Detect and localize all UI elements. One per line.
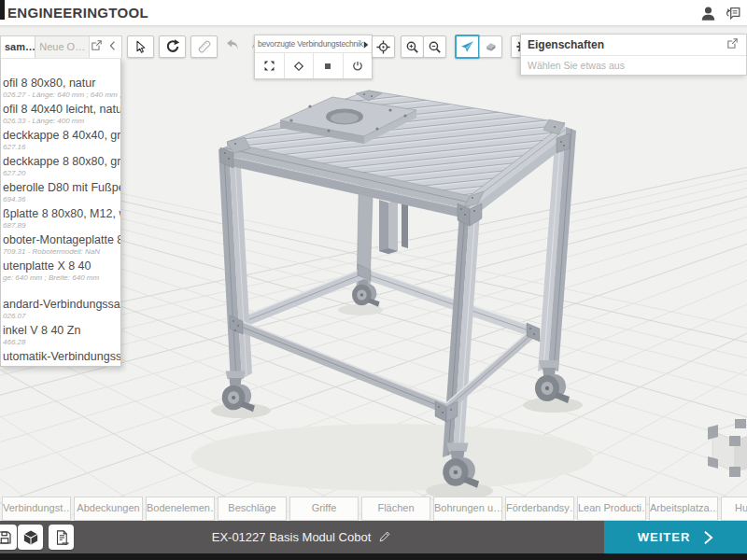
tab-verbindungstechnik[interactable]: Verbindungst…: [2, 497, 71, 521]
window-bottom-edge: [0, 553, 747, 560]
connection-technique-panel: bevorzugte Verbindungstechnik: [254, 35, 373, 79]
zoom-out-button[interactable]: [423, 35, 446, 58]
logo-fragment: [0, 0, 5, 20]
center-view-button[interactable]: [372, 35, 395, 58]
list-item[interactable]: inkel V 8 40 Zn 466.28: [1, 324, 120, 346]
project-name-area: EX-01227 Basis Modul Cobot: [0, 521, 604, 553]
tab-hub[interactable]: Hub- u…: [721, 497, 747, 521]
zoom-in-button[interactable]: [401, 35, 424, 58]
app-window: ENGINEERINGTOOL sam… Neue O…: [0, 0, 747, 560]
user-icon[interactable]: [698, 4, 717, 22]
properties-title: Eigenschaften: [528, 38, 726, 51]
connection-auto-icon[interactable]: [255, 53, 285, 78]
measure-tool-button[interactable]: [190, 35, 218, 58]
tab-new-group[interactable]: Neue O…: [35, 36, 90, 58]
tab-arbeitsplatz[interactable]: Arbeitsplatza…: [649, 497, 718, 521]
connection-technique-label: bevorzugte Verbindungstechnik: [258, 39, 363, 49]
eraser-button[interactable]: [479, 35, 502, 58]
list-item[interactable]: eberolle D80 mit Fußped… 694.36: [1, 181, 120, 203]
weiter-button[interactable]: WEITER: [604, 521, 747, 553]
undo-icon[interactable]: [222, 35, 243, 58]
list-item[interactable]: utomatik-Verbindungssat… 672.84: [1, 350, 120, 367]
tab-beschlaege[interactable]: Beschläge: [218, 497, 287, 521]
fly-mode-button[interactable]: [455, 35, 480, 59]
connection-square-icon[interactable]: [314, 53, 344, 78]
list-group-gap: [1, 286, 120, 298]
chevron-right-icon: [703, 530, 713, 545]
app-title: ENGINEERINGTOOL: [7, 0, 148, 25]
parts-list-panel: ofil 8 80x80, natur 026.27 - Länge: 640 …: [0, 58, 121, 367]
popout-panel-icon[interactable]: [90, 38, 104, 56]
rotate-tool-button[interactable]: [159, 35, 186, 58]
tab-foerderbandsysteme[interactable]: Förderbandsy…: [505, 497, 574, 521]
parts-panel-tabs: sam… Neue O…: [0, 35, 122, 58]
tab-lean-production[interactable]: Lean Producti…: [577, 497, 646, 521]
view-toolbar: [372, 35, 534, 58]
tab-griffe[interactable]: Griffe: [289, 497, 359, 521]
dropdown-caret-icon[interactable]: [363, 35, 369, 52]
list-item[interactable]: utenplatte X 8 40 ge: 640 mm ; Breite: 6…: [1, 259, 120, 282]
feedback-icon[interactable]: [724, 4, 742, 22]
project-name: EX-01227 Basis Modul Cobot: [212, 530, 372, 544]
tab-flaechen[interactable]: Flächen: [361, 497, 430, 521]
edit-project-name-icon[interactable]: [378, 529, 392, 546]
collapse-panel-icon[interactable]: [106, 39, 120, 56]
tab-abdeckungen[interactable]: Abdeckungen: [74, 497, 143, 521]
tab-assembly[interactable]: sam…: [1, 36, 35, 58]
list-item[interactable]: ofil 8 40x40 leicht, natur 026.33 - Läng…: [1, 103, 120, 125]
bottom-bar: PDF EX-01227 Basis Modul Cobot WEITER: [0, 521, 747, 553]
list-item[interactable]: ßplatte 8 80x80, M12, w… 687.89: [1, 207, 120, 230]
tab-bohrungen[interactable]: Bohrungen u…: [433, 497, 502, 521]
tab-bodenelemente[interactable]: Bodenelemen…: [146, 497, 215, 521]
connection-diamond-icon[interactable]: [285, 53, 315, 78]
list-item[interactable]: ofil 8 80x80, natur 026.27 - Länge: 640 …: [1, 77, 120, 99]
list-item[interactable]: deckkappe 8 40x40, gra… 627.16: [1, 129, 120, 151]
list-item[interactable]: oboter-Montageplatte 8 2… 709.31 - Robot…: [1, 233, 120, 256]
properties-empty-hint: Wählen Sie etwas aus: [521, 56, 746, 75]
connection-power-icon[interactable]: [344, 53, 373, 78]
properties-panel: Eigenschaften Wählen Sie etwas aus: [520, 34, 747, 76]
header: ENGINEERINGTOOL: [0, 0, 747, 26]
popout-properties-icon[interactable]: [726, 36, 740, 54]
main-toolbar: [127, 35, 268, 58]
category-tabs: Verbindungst… Abdeckungen Bodenelemen… B…: [0, 497, 747, 521]
select-tool-button[interactable]: [127, 35, 154, 58]
list-item[interactable]: deckkappe 8 80x80, gra… 627.20: [1, 155, 120, 177]
list-item[interactable]: andard-Verbindungssatz … 026.07: [1, 298, 120, 320]
